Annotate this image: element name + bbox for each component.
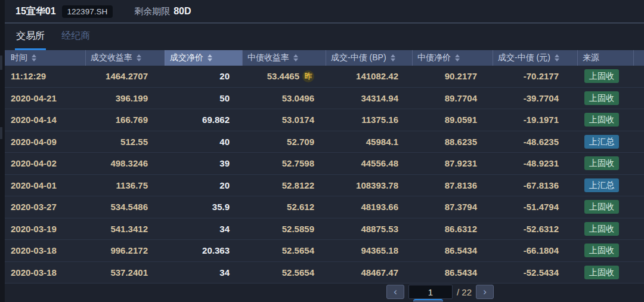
tab-exchange[interactable]: 交易所 — [15, 23, 46, 50]
cell-value: 11375.16 — [361, 115, 398, 125]
cell-value: -70.2177 — [524, 71, 559, 81]
column-header-diff_bp[interactable]: 成交-中债 (BP) — [326, 50, 412, 66]
prev-page-button[interactable]: ‹ — [386, 285, 404, 299]
column-label: 成交-中债 (BP) — [331, 53, 386, 63]
sort-icon — [32, 54, 36, 61]
left-panel-edge — [0, 0, 5, 302]
cell-value: 1136.75 — [116, 180, 148, 190]
cell-value: 512.55 — [120, 137, 148, 147]
column-header-trade_yield[interactable]: 成交收益率 — [85, 50, 165, 66]
cell-value: 48193.66 — [361, 202, 398, 212]
column-header-cdc_yield[interactable]: 中债收益率 — [242, 50, 326, 66]
sort-icon — [293, 54, 298, 61]
table-row[interactable]: 2020-03-18996.217220.36352.565494365.188… — [5, 240, 644, 262]
cell-value: 86.5434 — [445, 245, 477, 255]
source-badge: 上固收 — [584, 91, 619, 105]
cell-value: 2020-04-01 — [11, 180, 57, 190]
cell-value: 537.2401 — [110, 267, 148, 278]
cell-value: 53.0496 — [282, 93, 314, 103]
cell-source: 上固收 — [577, 262, 633, 283]
column-header-diff_yuan[interactable]: 成交-中债 (元) — [493, 50, 577, 66]
cell-value: 50 — [219, 93, 230, 103]
cell-cdc_price: 90.2177 — [412, 66, 493, 87]
cell-cdc_price: 88.6235 — [412, 131, 493, 153]
cell-value: 52.5859 — [282, 224, 314, 234]
cell-value: 48875.53 — [361, 224, 398, 234]
cell-diff_bp: 34314.94 — [326, 88, 412, 109]
cell-value: 44556.48 — [361, 158, 398, 168]
cell-trade_price: 34 — [165, 262, 242, 283]
table-row[interactable]: 2020-04-02498.32463952.759844556.4887.92… — [5, 153, 644, 175]
cell-source: 上汇总 — [577, 175, 633, 196]
yesterday-icon: 昨 — [302, 70, 314, 82]
cell-cdc_yield: 52.5859 — [242, 218, 326, 240]
cell-diff_yuan: -19.1971 — [493, 109, 577, 131]
table-row[interactable]: 2020-04-14166.76969.86253.017411375.1689… — [5, 109, 644, 131]
cell-value: 94365.18 — [361, 245, 398, 255]
cell-value: 2020-04-09 — [11, 137, 57, 147]
cell-diff_bp: 48467.47 — [326, 262, 412, 283]
cell-time: 11:12:29 — [5, 66, 85, 87]
table-row[interactable]: 2020-03-19541.34123452.585948875.5386.63… — [5, 218, 644, 241]
cell-value: 996.2172 — [110, 245, 148, 255]
cell-cdc_price: 86.6312 — [412, 218, 493, 240]
sort-icon — [208, 54, 212, 61]
source-badge: 上固收 — [584, 156, 619, 170]
cell-value: 34 — [219, 267, 230, 278]
horizontal-scrollbar-thumb[interactable] — [413, 299, 443, 302]
cell-diff_yuan: -66.1804 — [493, 240, 577, 261]
pagination-area: ‹ / 22 › — [5, 283, 644, 302]
tab-broker[interactable]: 经纪商 — [60, 23, 91, 50]
cell-value: 45984.1 — [366, 137, 398, 147]
bond-trade-panel: 15宜华01 122397.SH 剩余期限 80D 交易所经纪商 时间成交收益率… — [0, 0, 644, 302]
cell-cdc_yield: 52.5654 — [242, 262, 326, 283]
cell-value: 2020-03-27 — [11, 202, 57, 212]
cell-time: 2020-04-01 — [5, 175, 85, 196]
cell-value: -39.7704 — [524, 93, 559, 103]
cell-time: 2020-03-18 — [5, 262, 85, 283]
left-edge-segment — [0, 56, 2, 70]
maturity-label: 剩余期限 — [134, 6, 170, 17]
cell-cdc_price: 87.3794 — [412, 196, 493, 218]
cell-value: 52.8122 — [282, 180, 314, 190]
main-content: 15宜华01 122397.SH 剩余期限 80D 交易所经纪商 时间成交收益率… — [5, 0, 644, 302]
table-row[interactable]: 2020-04-09512.554052.70945984.188.6235-4… — [5, 131, 644, 153]
cell-cdc_yield: 53.4465昨 — [242, 66, 326, 87]
page-number-input[interactable] — [408, 285, 453, 299]
cell-diff_yuan: -39.7704 — [493, 88, 577, 109]
table-row[interactable]: 2020-04-21396.1995053.049634314.9489.770… — [5, 88, 644, 110]
table-row[interactable]: 2020-03-18537.24013452.565448467.4786.54… — [5, 262, 644, 284]
cell-cdc_price: 86.5434 — [412, 262, 493, 283]
cell-trade_price: 69.862 — [165, 109, 242, 131]
column-label: 成交收益率 — [91, 53, 132, 63]
cell-source: 上固收 — [577, 218, 633, 240]
row-filler — [633, 131, 644, 153]
cell-value: 48467.47 — [361, 267, 398, 278]
cell-trade_yield: 166.769 — [85, 109, 165, 131]
cell-cdc_price: 86.5434 — [412, 240, 493, 261]
column-header-time[interactable]: 时间 — [5, 50, 85, 66]
cell-value: 498.3246 — [110, 158, 148, 168]
source-badge: 上固收 — [584, 69, 619, 83]
row-filler — [633, 109, 644, 131]
cell-value: 11:12:29 — [11, 71, 46, 81]
cell-diff_yuan: -52.6312 — [493, 218, 577, 240]
next-page-button[interactable]: › — [476, 285, 494, 299]
cell-value: 166.769 — [116, 115, 148, 125]
source-badge: 上汇总 — [584, 135, 619, 149]
cell-value: -52.6312 — [524, 224, 559, 234]
cell-time: 2020-03-18 — [5, 240, 85, 261]
cell-value: 396.199 — [116, 93, 148, 103]
column-header-cdc_price[interactable]: 中债净价 — [412, 50, 493, 66]
cell-cdc_yield: 52.8122 — [242, 175, 326, 196]
cell-value: 88.6235 — [445, 137, 477, 147]
cell-trade_yield: 541.3412 — [85, 218, 165, 240]
table-row[interactable]: 2020-04-011136.752052.8122108393.7887.81… — [5, 175, 644, 197]
table-row[interactable]: 2020-03-27534.548635.952.61248193.6687.3… — [5, 196, 644, 218]
cell-cdc_yield: 52.7598 — [242, 153, 326, 174]
column-label: 时间 — [11, 53, 27, 63]
column-header-trade_price[interactable]: 成交净价 — [165, 50, 242, 66]
sort-icon — [391, 54, 395, 61]
column-header-source[interactable]: 来源 — [577, 50, 633, 66]
table-row[interactable]: 11:12:291464.27072053.4465昨141082.4290.2… — [5, 66, 644, 88]
